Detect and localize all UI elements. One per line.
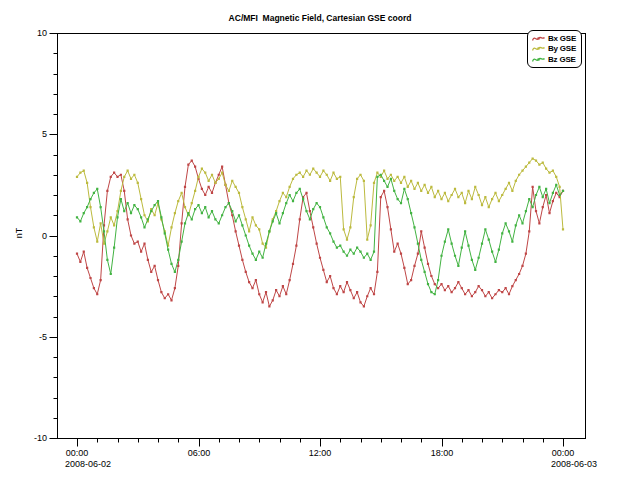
series-bx-gse	[76, 159, 564, 307]
legend-label: By GSE	[548, 44, 576, 53]
series-bz-gse	[76, 174, 564, 296]
x-tick-label: 00:00	[47, 448, 107, 458]
series-by-gse	[76, 157, 564, 248]
magnetic-field-chart[interactable]	[0, 0, 640, 480]
legend-item-bz-gse[interactable]: Bz GSE	[532, 54, 576, 65]
series-swatch-icon	[532, 34, 545, 43]
legend-item-bx-gse[interactable]: Bx GSE	[532, 33, 576, 44]
series-swatch-icon	[532, 44, 545, 53]
y-tick-label: -5	[0, 332, 47, 342]
x-tick-label: 06:00	[169, 448, 229, 458]
axis-ticks	[50, 34, 564, 447]
y-tick-label: 10	[0, 28, 47, 38]
legend-label: Bz GSE	[548, 55, 576, 64]
y-tick-label: 0	[0, 231, 47, 241]
plot-frame	[58, 34, 586, 439]
series-swatch-icon	[532, 55, 545, 64]
legend-item-by-gse[interactable]: By GSE	[532, 44, 576, 55]
x-date-label: 2008-06-03	[551, 459, 631, 469]
x-tick-label: 00:00	[533, 448, 593, 458]
y-tick-label: -10	[0, 433, 47, 443]
x-date-label: 2008-06-02	[65, 459, 145, 469]
x-tick-label: 12:00	[290, 448, 350, 458]
x-tick-label: 18:00	[412, 448, 472, 458]
y-tick-label: 5	[0, 129, 47, 139]
legend[interactable]: Bx GSEBy GSEBz GSE	[527, 30, 582, 68]
plot-canvas[interactable]: AC/MFI Magnetic Field, Cartesian GSE coo…	[0, 0, 640, 480]
legend-label: Bx GSE	[548, 34, 576, 43]
